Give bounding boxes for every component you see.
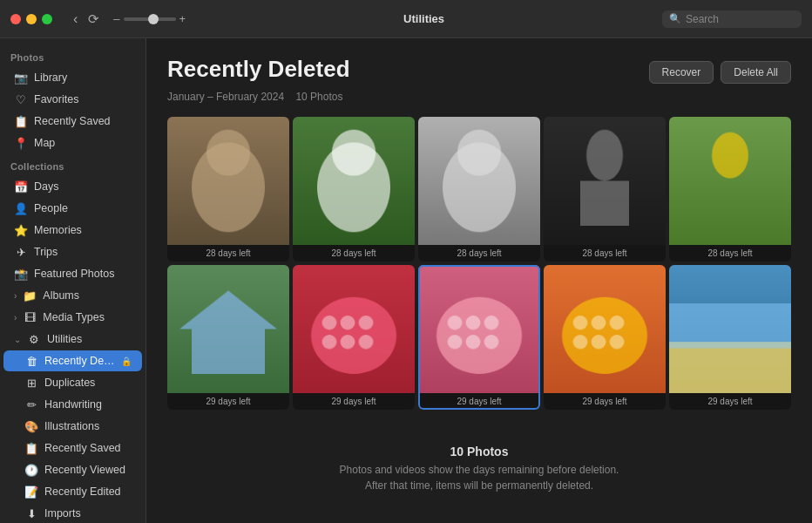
photo-item[interactable]: 29 days left [544,265,666,410]
sidebar-item-handwriting[interactable]: ✏ Handwriting [3,394,142,415]
sidebar-item-trips[interactable]: ✈ Trips [3,241,142,262]
section-photos-header: Photos [0,45,145,66]
window-title: Utilities [186,12,662,25]
sidebar-item-illustrations[interactable]: 🎨 Illustrations [3,416,142,437]
sidebar-item-label: Trips [34,246,132,258]
sidebar-item-label: Recently Edited [44,486,132,498]
sidebar-item-recently-deleted[interactable]: 🗑 Recently Delet... 🔒 [3,350,142,371]
content-subtitle: January – February 2024 10 Photos [167,91,791,103]
photo-days-label: 29 days left [669,393,791,410]
close-button[interactable] [10,14,21,24]
photo-days-label: 28 days left [669,245,791,262]
sidebar-item-recently-edited[interactable]: 📝 Recently Edited [3,481,142,502]
sidebar-item-label: Media Types [43,311,132,323]
photo-days-label: 29 days left [293,393,415,410]
search-input[interactable] [686,13,790,25]
recover-button[interactable]: Recover [649,61,714,84]
zoom-thumb [148,14,159,24]
photo-days-label: 28 days left [418,245,540,262]
photo-count-subtitle: 10 Photos [295,91,342,103]
sidebar-item-favorites[interactable]: ♡ Favorites [3,89,142,110]
lock-icon: 🔒 [121,357,132,366]
recently-saved-2-icon: 📋 [24,441,38,455]
sidebar-item-recently-viewed[interactable]: 🕐 Recently Viewed [3,459,142,480]
sidebar-item-label: Recently Viewed [44,464,132,476]
main-content: Recently Deleted Recover Delete All Janu… [146,38,812,523]
chevron-down-icon: ⌄ [14,335,21,344]
minimize-button[interactable] [26,14,37,24]
sidebar-item-label: Recently Delet... [44,355,115,367]
photo-days-label: 28 days left [167,245,289,262]
titlebar: ‹ ⟳ – + Utilities 🔍 [0,0,812,38]
date-range: January – February 2024 [167,91,284,103]
sidebar-item-albums[interactable]: › 📁 Albums [3,285,142,306]
photo-item[interactable]: 29 days left [293,265,415,410]
sidebar-item-label: Duplicates [44,377,132,389]
featured-photos-icon: 📸 [14,267,28,281]
photo-item[interactable]: 28 days left [418,117,540,262]
photo-item[interactable]: 28 days left [293,117,415,262]
sidebar-item-label: Handwriting [44,398,132,411]
days-icon: 📅 [14,180,28,194]
photo-days-label: 29 days left [167,393,289,410]
sidebar-item-imports[interactable]: ⬇ Imports [3,503,142,523]
recently-edited-icon: 📝 [24,485,38,499]
sidebar-item-people[interactable]: 👤 People [3,198,142,219]
maximize-button[interactable] [42,14,52,24]
duplicates-icon: ⊞ [24,376,38,390]
sidebar-item-label: Library [34,71,132,84]
sidebar-item-memories[interactable]: ⭐ Memories [3,220,142,241]
zoom-plus-icon: + [179,12,186,25]
sidebar-item-label: Map [34,137,132,149]
zoom-slider[interactable] [124,17,176,21]
back-button[interactable]: ‹ [70,10,81,29]
nav-controls: ‹ ⟳ – + [70,10,186,29]
people-icon: 👤 [14,201,28,215]
page-title: Recently Deleted [167,56,350,83]
sidebar-item-label: Recently Saved [44,442,132,454]
sidebar-item-library[interactable]: 📷 Library [3,67,142,88]
zoom-control[interactable]: – + [113,12,186,25]
photo-item[interactable]: 29 days left [167,265,289,410]
sidebar-item-duplicates[interactable]: ⊞ Duplicates [3,372,142,393]
search-icon: 🔍 [669,13,681,24]
handwriting-icon: ✏ [24,397,38,411]
imports-icon: ⬇ [24,506,38,520]
search-box[interactable]: 🔍 [662,10,802,28]
trips-icon: ✈ [14,245,28,259]
media-types-icon: 🎞 [23,310,37,324]
photo-item[interactable]: 28 days left [167,117,289,262]
illustrations-icon: 🎨 [24,419,38,433]
trash-icon: 🗑 [24,354,38,368]
sidebar-item-featured-photos[interactable]: 📸 Featured Photos [3,263,142,284]
app-body: Photos 📷 Library ♡ Favorites 📋 Recently … [0,38,812,523]
photo-days-label: 28 days left [293,245,415,262]
sidebar-item-days[interactable]: 📅 Days [3,176,142,197]
sidebar-item-utilities[interactable]: ⌄ ⚙ Utilities [3,329,142,350]
photo-item[interactable]: 29 days left [418,265,540,410]
favorites-icon: ♡ [14,92,28,106]
albums-icon: 📁 [23,289,37,302]
photo-item[interactable]: 29 days left [669,265,791,410]
chevron-right-icon: › [14,291,17,301]
sidebar-item-media-types[interactable]: › 🎞 Media Types [3,307,142,328]
map-icon: 📍 [14,136,28,150]
sidebar-item-map[interactable]: 📍 Map [3,132,142,153]
sidebar-item-label: Days [34,180,132,193]
sidebar-item-recently-saved[interactable]: 📋 Recently Saved [3,111,142,132]
photo-grid: 28 days left 28 days left 28 days left 2… [167,117,791,410]
library-icon: 📷 [14,71,28,85]
photo-item[interactable]: 28 days left [544,117,666,262]
photo-item[interactable]: 28 days left [669,117,791,262]
content-header: Recently Deleted Recover Delete All [167,56,791,84]
memories-icon: ⭐ [14,223,28,237]
zoom-minus-icon: – [113,12,119,25]
sidebar-item-label: Featured Photos [34,268,132,280]
rotate-icon: ⟳ [88,11,99,27]
delete-all-button[interactable]: Delete All [721,61,791,84]
chevron-right-icon: › [14,313,17,323]
sidebar-item-recently-saved-utility[interactable]: 📋 Recently Saved [3,438,142,458]
sidebar-item-label: Memories [34,224,132,236]
footer-description: Photos and videos show the days remainin… [167,462,791,493]
sidebar-item-label: Albums [43,289,132,302]
